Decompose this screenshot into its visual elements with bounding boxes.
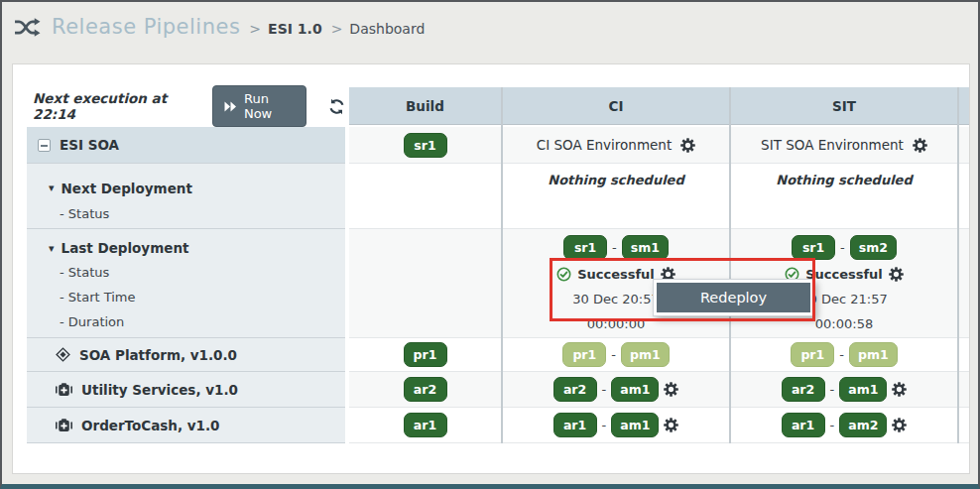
deployment-status: Successful [805,267,883,282]
cell-sit-soa-platform: pr1 - pm1 [731,338,957,372]
breadcrumb: Release Pipelines > ESI 1.0 > Dashboard [14,15,425,39]
row-next-deployment: ▾ Next Deployment - Status [27,164,345,229]
breadcrumb-page[interactable]: Dashboard [349,21,425,37]
gear-icon[interactable] [892,418,907,432]
row-utility-services[interactable]: Utility Services, v1.0 [27,372,345,408]
cell-sit-order-to-cash: ar1 - am2 [731,408,957,443]
check-circle-icon [556,267,571,282]
cell-build-next-deployment [349,164,501,229]
column-build: Build sr1 pr1 ar2 ar1 [349,87,501,443]
cell-build-last-deployment [349,229,501,338]
package-plus-icon [56,383,72,397]
model-badge[interactable]: pm1 [621,342,670,367]
release-badge[interactable]: pr1 [562,342,606,367]
next-deployment-label[interactable]: Next Deployment [61,181,192,196]
model-badge[interactable]: am2 [839,413,887,437]
badge-separator: - [839,347,844,362]
column-ci: CI CI SOA Environment Nothing scheduled … [503,87,729,443]
component-label: SOA Platform, v1.0.0 [79,347,237,363]
version-badge[interactable]: ar2 [404,377,447,402]
column-header-ci[interactable]: CI [503,87,729,125]
shuffle-icon [14,17,41,38]
row-soa-platform[interactable]: SOA Platform, v1.0.0 [27,338,345,372]
gear-icon[interactable] [913,138,927,153]
group-label: ESI SOA [60,137,119,153]
release-pipelines-window: Release Pipelines > ESI 1.0 > Dashboard … [0,0,980,489]
environment-label[interactable]: CI SOA Environment [537,137,672,153]
environment-label[interactable]: SIT SOA Environment [761,137,904,153]
release-badge[interactable]: pr1 [791,342,834,367]
badge-separator: - [830,382,835,397]
release-badge[interactable]: sr1 [792,235,835,260]
deployment-duration: 00:00:58 [815,311,873,336]
model-badge[interactable]: am1 [611,413,659,437]
badge-separator: - [611,347,616,362]
nothing-scheduled-text: Nothing scheduled [776,173,912,187]
deployment-start-time: 30 Dec 20:57 [572,287,659,311]
model-badge[interactable]: sm1 [622,235,669,260]
version-badge[interactable]: ar1 [404,413,447,437]
collapse-icon[interactable] [38,139,51,152]
gear-icon[interactable] [892,382,907,397]
row-order-to-cash[interactable]: OrderToCash, v1.0 [27,408,345,443]
package-plus-icon [56,419,72,432]
context-menu-item-redeploy[interactable]: Redeploy [657,283,810,312]
cell-build-order-to-cash: ar1 [349,408,501,443]
release-badge[interactable]: ar1 [782,413,825,437]
release-badge[interactable]: ar2 [782,377,825,402]
context-menu: Redeploy [653,279,814,316]
release-badge[interactable]: ar1 [553,413,597,437]
component-label: OrderToCash, v1.0 [81,418,220,433]
next-deployment-status-label: - Status [27,201,345,226]
version-badge[interactable]: pr1 [404,342,447,367]
model-badge[interactable]: am1 [611,377,659,402]
caret-down-icon[interactable]: ▾ [49,243,55,254]
breadcrumb-separator: > [249,21,261,37]
cell-sit-environment: SIT SOA Environment [731,127,957,164]
column-sit: SIT SIT SOA Environment Nothing schedule… [731,87,957,443]
app-title: Release Pipelines [52,15,240,39]
gear-icon[interactable] [680,138,695,153]
column-header-build[interactable]: Build [349,87,501,125]
last-deployment-label[interactable]: Last Deployment [61,240,189,256]
model-badge[interactable]: sm2 [850,235,897,260]
dashboard-card: Next execution at 22:14 Run Now [12,63,970,474]
cell-ci-order-to-cash: ar1 - am1 [503,408,729,443]
cell-build-esi-soa: sr1 [349,127,501,164]
cell-build-utility-services: ar2 [349,372,501,408]
version-badge[interactable]: sr1 [404,133,447,158]
cell-ci-environment: CI SOA Environment [503,127,729,164]
pipeline-row-labels: ESI SOA ▾ Next Deployment - Status ▾ Las… [27,87,345,443]
badge-separator: - [830,418,835,432]
badge-separator: - [602,382,607,397]
gear-icon[interactable] [664,418,678,432]
cell-ci-utility-services: ar2 - am1 [503,372,729,408]
badge-separator: - [612,240,617,255]
breadcrumb-project[interactable]: ESI 1.0 [268,21,322,37]
model-badge[interactable]: pm1 [849,342,898,367]
platform-diamond-icon [56,347,70,362]
nothing-scheduled-text: Nothing scheduled [548,173,683,187]
component-label: Utility Services, v1.0 [81,382,238,398]
group-row-esi-soa[interactable]: ESI SOA [27,127,345,164]
gear-icon[interactable] [889,267,904,282]
column-header-sit[interactable]: SIT [731,87,957,125]
cell-ci-next-deployment: Nothing scheduled [503,164,729,229]
cell-sit-utility-services: ar2 - am1 [731,372,957,408]
row-last-deployment: ▾ Last Deployment - Status - Start Time … [27,229,345,338]
model-badge[interactable]: am1 [839,377,887,402]
last-deployment-start-time-label: - Start Time [27,285,345,309]
breadcrumb-separator: > [331,21,343,37]
column-clipped [959,87,970,443]
cell-build-soa-platform: pr1 [349,338,501,372]
caret-down-icon[interactable]: ▾ [49,183,55,193]
deployment-status: Successful [577,267,655,282]
release-badge[interactable]: sr1 [563,235,607,260]
cell-ci-soa-platform: pr1 - pm1 [503,338,729,372]
badge-separator: - [840,240,845,255]
last-deployment-duration-label: - Duration [27,309,345,334]
release-badge[interactable]: ar2 [553,377,597,402]
gear-icon[interactable] [664,382,678,397]
badge-separator: - [602,418,607,432]
deployment-duration: 00:00:00 [587,311,645,336]
